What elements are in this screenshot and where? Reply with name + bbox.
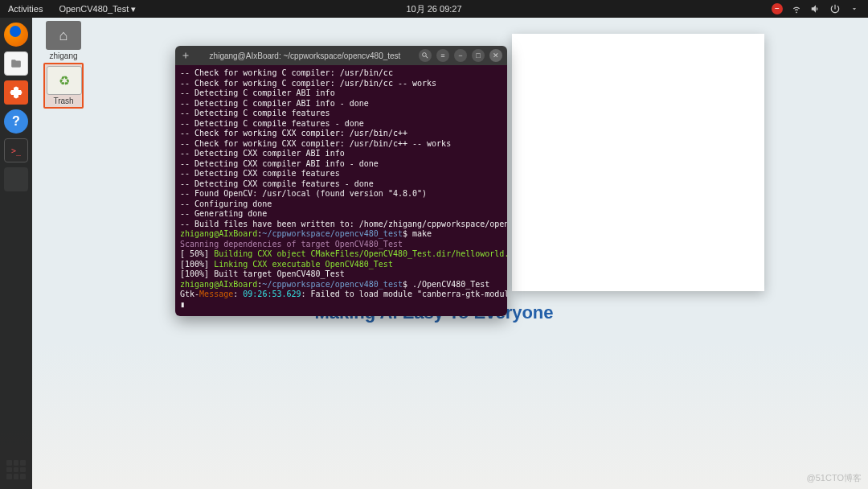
activities-button[interactable]: Activities (0, 4, 51, 14)
dock: ? >_ (0, 18, 32, 489)
terminal-line: Scanning dependencies of target OpenCV48… (180, 240, 502, 250)
system-tray: − (772, 3, 868, 14)
terminal-line: -- Found OpenCV: /usr/local (found versi… (180, 189, 502, 199)
dock-help[interactable]: ? (4, 109, 28, 134)
terminal-line: -- Detecting C compile features (180, 109, 502, 119)
terminal-titlebar[interactable]: zhigang@AIxBoard: ~/cppworkspace/opencv4… (175, 46, 507, 65)
terminal-line: [100%] Built target OpenCV480_Test (180, 269, 502, 280)
terminal-line: -- Detecting CXX compiler ABI info - don… (180, 159, 502, 170)
maximize-button[interactable]: □ (472, 49, 485, 62)
clock[interactable]: 10月 26 09:27 (406, 3, 461, 15)
home-icon: ⌂ (59, 27, 68, 44)
terminal-window: zhigang@AIxBoard: ~/cppworkspace/opencv4… (175, 46, 507, 316)
terminal-title: zhigang@AIxBoard: ~/cppworkspace/opencv4… (196, 51, 414, 60)
terminal-line: -- Configuring done (180, 199, 502, 210)
desktop-home-icon[interactable]: ⌂ zhigang (43, 21, 84, 60)
terminal-line: -- Check for working CXX compiler: /usr/… (180, 139, 502, 150)
terminal-line: -- Check for working C compiler: /usr/bi… (180, 68, 502, 79)
menu-icon[interactable]: ≡ (436, 49, 449, 62)
dock-terminal[interactable]: >_ (4, 138, 28, 162)
dock-files[interactable] (4, 51, 28, 76)
terminal-line: -- Detecting C compiler ABI info - done (180, 99, 502, 109)
trash-icon (47, 66, 82, 95)
terminal-line: ▮ (180, 300, 502, 310)
terminal-line: -- Detecting CXX compile features - done (180, 179, 502, 190)
notification-icon[interactable]: − (772, 3, 783, 14)
terminal-line: -- Detecting CXX compiler ABI info (180, 149, 502, 159)
app-menu-button[interactable]: OpenCV480_Test ▾ (51, 4, 144, 14)
volume-icon[interactable] (810, 3, 821, 14)
show-applications-button[interactable] (6, 460, 26, 479)
network-icon[interactable] (791, 3, 802, 14)
desktop-trash-icon[interactable]: Trash (43, 63, 84, 109)
terminal-line: [ 50%] Building CXX object CMakeFiles/Op… (180, 249, 502, 260)
desktop-trash-label: Trash (47, 97, 80, 105)
power-icon[interactable] (829, 3, 841, 14)
terminal-line: zhigang@AIxBoard:~/cppworkspace/opencv48… (180, 229, 502, 240)
terminal-line: zhigang@AIxBoard:~/cppworkspace/opencv48… (180, 280, 502, 290)
terminal-line: -- Detecting C compile features - done (180, 119, 502, 129)
dock-running-app[interactable] (4, 167, 28, 191)
terminal-line: -- Build files have been written to: /ho… (180, 220, 502, 230)
watermark: @51CTO博客 (807, 472, 862, 484)
chevron-down-icon[interactable] (849, 3, 860, 14)
terminal-line: [100%] Linking CXX executable OpenCV480_… (180, 260, 502, 270)
terminal-line: -- Detecting C compiler ABI info (180, 88, 502, 99)
terminal-body[interactable]: -- Check for working C compiler: /usr/bi… (175, 65, 507, 316)
minimize-button[interactable]: − (454, 49, 467, 62)
terminal-line: Gtk-Message: 09:26:53.629: Failed to loa… (180, 290, 502, 300)
app-menu-label: OpenCV480_Test ▾ (59, 4, 136, 14)
terminal-line: -- Check for working CXX compiler: /usr/… (180, 129, 502, 139)
terminal-line: -- Detecting CXX compile features (180, 169, 502, 179)
top-panel: Activities OpenCV480_Test ▾ 10月 26 09:27… (0, 0, 868, 18)
new-tab-icon[interactable] (180, 50, 191, 61)
search-icon[interactable] (419, 49, 432, 62)
close-button[interactable]: ✕ (489, 49, 502, 62)
image-preview-window[interactable] (512, 34, 764, 291)
dock-software[interactable] (4, 80, 28, 105)
terminal-line: -- Check for working C compiler: /usr/bi… (180, 79, 502, 89)
desktop-home-label: zhigang (43, 51, 84, 60)
terminal-line: -- Generating done (180, 209, 502, 220)
dock-firefox[interactable] (4, 23, 28, 47)
